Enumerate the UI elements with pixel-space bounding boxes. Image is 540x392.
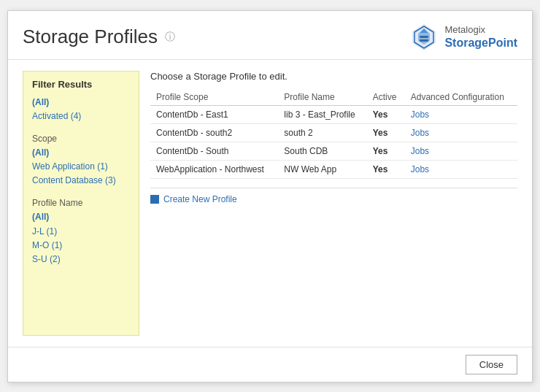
- cell-scope: ContentDb - south2: [150, 123, 278, 142]
- brand-name-top: Metalogix: [444, 24, 517, 36]
- col-header-config: Advanced Configuration: [405, 89, 517, 106]
- cell-scope: ContentDb - South: [150, 142, 278, 160]
- cell-active: Yes: [367, 160, 405, 178]
- choose-text: Choose a Storage Profile to edit.: [150, 71, 517, 82]
- header-title-area: Storage Profiles ⓘ: [23, 26, 409, 48]
- filter-panel: Filter Results (All) Activated (4) Scope…: [23, 71, 139, 336]
- filter-profile-name-label: Profile Name: [32, 198, 130, 208]
- cell-config: Jobs: [405, 123, 517, 142]
- filter-name-su[interactable]: S-U (2): [32, 253, 130, 266]
- cell-config: Jobs: [405, 142, 517, 160]
- filter-scope-label: Scope: [32, 134, 130, 144]
- table-row[interactable]: ContentDb - East1 lib 3 - East_Profile Y…: [150, 105, 517, 123]
- cell-name: NW Web App: [278, 160, 366, 178]
- svg-rect-4: [420, 36, 428, 38]
- main-content: Choose a Storage Profile to edit. Profil…: [150, 71, 517, 336]
- storage-profiles-dialog: Storage Profiles ⓘ Metalogix StoragePoin…: [7, 10, 533, 383]
- brand-area: Metalogix StoragePoint: [409, 23, 517, 52]
- jobs-link[interactable]: Jobs: [411, 164, 429, 174]
- cell-active: Yes: [367, 142, 405, 160]
- cell-config: Jobs: [405, 160, 517, 178]
- svg-rect-5: [420, 39, 428, 42]
- cell-name: south 2: [278, 123, 366, 142]
- brand-text: Metalogix StoragePoint: [444, 24, 517, 50]
- filter-scope-content-db[interactable]: Content Database (3): [32, 174, 130, 188]
- create-row: Create New Profile: [150, 188, 517, 204]
- filter-scope-section: Scope (All) Web Application (1) Content …: [32, 134, 130, 188]
- col-header-scope: Profile Scope: [150, 89, 278, 106]
- cell-active: Yes: [367, 123, 405, 142]
- table-row[interactable]: ContentDb - south2 south 2 Yes Jobs: [150, 123, 517, 142]
- filter-status-activated[interactable]: Activated (4): [32, 109, 130, 123]
- filter-profile-name-section: Profile Name (All) J-L (1) M-O (1) S-U (…: [32, 198, 130, 266]
- cell-scope: WebApplication - Northwest: [150, 160, 278, 178]
- brand-name-bottom: StoragePoint: [444, 36, 517, 50]
- filter-name-all[interactable]: (All): [32, 210, 130, 224]
- dialog-body: Filter Results (All) Activated (4) Scope…: [8, 60, 532, 347]
- filter-name-mo[interactable]: M-O (1): [32, 239, 130, 253]
- filter-name-jl[interactable]: J-L (1): [32, 225, 130, 239]
- cell-name: lib 3 - East_Profile: [278, 105, 366, 123]
- jobs-link[interactable]: Jobs: [411, 128, 429, 138]
- cell-config: Jobs: [405, 105, 517, 123]
- table-row[interactable]: ContentDb - South South CDB Yes Jobs: [150, 142, 517, 160]
- cell-scope: ContentDb - East1: [150, 105, 278, 123]
- page-title: Storage Profiles: [23, 26, 158, 48]
- dialog-footer: Close: [8, 347, 532, 382]
- profiles-table: Profile Scope Profile Name Active Advanc…: [150, 89, 517, 179]
- create-icon: [150, 195, 159, 204]
- filter-status-section: (All) Activated (4): [32, 96, 130, 123]
- create-new-profile-link[interactable]: Create New Profile: [163, 194, 237, 204]
- col-header-name: Profile Name: [278, 89, 366, 106]
- filter-scope-all[interactable]: (All): [32, 146, 130, 160]
- close-button[interactable]: Close: [466, 355, 517, 374]
- filter-scope-web-app[interactable]: Web Application (1): [32, 160, 130, 174]
- cell-active: Yes: [367, 105, 405, 123]
- filter-status-all[interactable]: (All): [32, 96, 130, 109]
- col-header-active: Active: [367, 89, 405, 106]
- cell-name: South CDB: [278, 142, 366, 160]
- table-row[interactable]: WebApplication - Northwest NW Web App Ye…: [150, 160, 517, 178]
- dialog-header: Storage Profiles ⓘ Metalogix StoragePoin…: [8, 11, 532, 60]
- info-icon[interactable]: ⓘ: [165, 31, 175, 44]
- filter-heading: Filter Results: [32, 79, 130, 90]
- brand-logo-icon: [409, 23, 439, 52]
- jobs-link[interactable]: Jobs: [411, 146, 429, 156]
- jobs-link[interactable]: Jobs: [411, 109, 429, 120]
- table-header-row: Profile Scope Profile Name Active Advanc…: [150, 89, 517, 106]
